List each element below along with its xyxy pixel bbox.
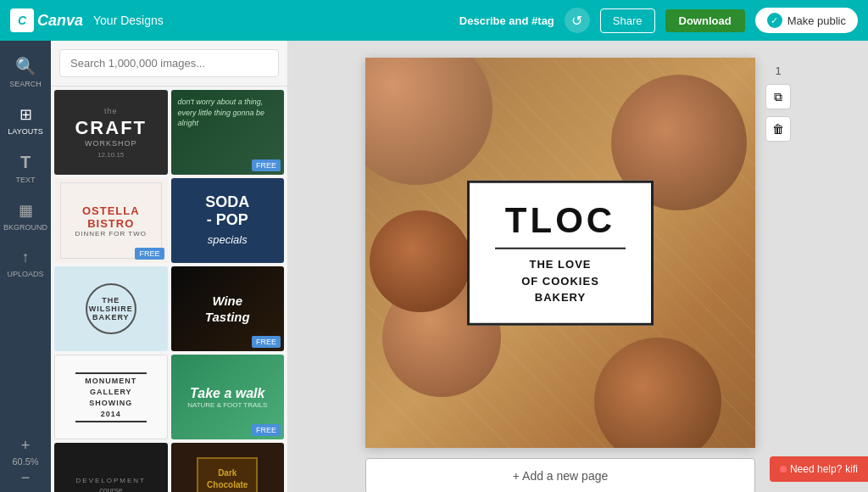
zoom-value: 60.5% bbox=[12, 456, 38, 467]
logo-line3: BAKERY bbox=[535, 291, 586, 304]
page-number-panel: 1 ⧉ 🗑 bbox=[765, 58, 791, 142]
zoom-section: + 60.5% − bbox=[12, 438, 38, 492]
design-canvas[interactable]: TLOC THE LOVE OF COOKIES BAKERY bbox=[365, 58, 755, 448]
sidebar-icons: 🔍 SEARCH ⊞ LAYOUTS T TEXT ▦ BKGROUND ↑ U… bbox=[0, 41, 51, 492]
make-public-label: Make public bbox=[787, 14, 846, 27]
chocolate-box: DarkChocolateGoodies bbox=[197, 457, 258, 492]
craft-date: 12.10.15 bbox=[97, 151, 124, 159]
logo-divider bbox=[495, 248, 626, 249]
delete-page-button[interactable]: 🗑 bbox=[765, 116, 791, 142]
walk-sub: NATURE & FOOT TRAILS bbox=[187, 401, 267, 409]
undo-button[interactable]: ↺ bbox=[565, 8, 590, 33]
logo-subtitle: THE LOVE OF COOKIES BAKERY bbox=[495, 256, 626, 306]
search-bar bbox=[51, 41, 287, 87]
template-monument[interactable]: MONUMENT GALLERY SHOWING 2014 bbox=[54, 355, 168, 439]
add-page-button[interactable]: + Add a new page bbox=[365, 458, 755, 492]
make-public-icon: ✓ bbox=[767, 13, 782, 28]
sidebar-item-background[interactable]: ▦ BKGROUND bbox=[0, 193, 51, 240]
sidebar-item-layouts[interactable]: ⊞ LAYOUTS bbox=[0, 97, 51, 144]
share-button[interactable]: Share bbox=[600, 8, 655, 33]
zoom-in-button[interactable]: + bbox=[21, 438, 31, 453]
craft-title: CRAFT bbox=[75, 117, 147, 139]
sidebar-item-search[interactable]: 🔍 SEARCH bbox=[0, 48, 51, 97]
zoom-out-button[interactable]: − bbox=[21, 470, 31, 485]
bistro-name: OSTELLA BISTRO bbox=[61, 204, 161, 230]
templates-grid: the CRAFT WORKSHOP 12.10.15 don't worry … bbox=[51, 87, 287, 492]
your-designs-nav[interactable]: Your Designs bbox=[93, 14, 164, 27]
craft-subtitle-top: the bbox=[104, 107, 118, 115]
canvas-wrapper: TLOC THE LOVE OF COOKIES BAKERY + Add a … bbox=[365, 58, 791, 492]
chocolate-text: DarkChocolateGoodies bbox=[207, 467, 248, 492]
search-input[interactable] bbox=[59, 49, 279, 77]
canvas-area: TLOC THE LOVE OF COOKIES BAKERY + Add a … bbox=[288, 41, 868, 492]
template-chocolate[interactable]: DarkChocolateGoodies bbox=[171, 443, 285, 492]
copy-page-button[interactable]: ⧉ bbox=[765, 84, 791, 109]
soda-text: SODA- POPspecials bbox=[205, 193, 249, 249]
cookie-5 bbox=[370, 210, 471, 312]
wilshire-name: THEWILSHIREBAKERY bbox=[89, 296, 133, 321]
sidebar-label-text: TEXT bbox=[15, 176, 35, 184]
template-walk[interactable]: Take a walk NATURE & FOOT TRAILS FREE bbox=[171, 355, 285, 439]
sidebar-item-uploads[interactable]: ↑ UPLOADS bbox=[0, 240, 51, 287]
describe-tag-label[interactable]: Describe and #tag bbox=[459, 14, 554, 27]
monument-inner: MONUMENT GALLERY SHOWING 2014 bbox=[66, 372, 155, 422]
canvas-main: TLOC THE LOVE OF COOKIES BAKERY + Add a … bbox=[365, 58, 755, 492]
nature-text: don't worry about a thing, every little … bbox=[178, 97, 278, 129]
free-badge-wine: FREE bbox=[252, 336, 281, 348]
template-wilshire[interactable]: THEWILSHIREBAKERY bbox=[54, 266, 168, 351]
sidebar-item-text[interactable]: T TEXT bbox=[0, 144, 51, 193]
free-badge-walk: FREE bbox=[252, 424, 281, 436]
sidebar-label-layouts: LAYOUTS bbox=[8, 127, 42, 136]
monument-line-top bbox=[75, 372, 147, 374]
layouts-icon: ⊞ bbox=[19, 105, 32, 124]
logo-box[interactable]: TLOC THE LOVE OF COOKIES BAKERY bbox=[467, 181, 654, 326]
canva-logo[interactable]: C Canva bbox=[10, 8, 83, 32]
wilshire-circle: THEWILSHIREBAKERY bbox=[86, 283, 136, 334]
template-soda[interactable]: SODA- POPspecials bbox=[171, 178, 285, 263]
logo-line1: THE LOVE bbox=[529, 258, 591, 271]
template-wine[interactable]: WineTasting FREE bbox=[171, 266, 285, 351]
craft-workshop: WORKSHOP bbox=[85, 139, 137, 148]
free-badge: FREE bbox=[252, 159, 281, 171]
page-number: 1 bbox=[775, 64, 781, 77]
monument-line-bot bbox=[75, 421, 147, 422]
main-layout: 🔍 SEARCH ⊞ LAYOUTS T TEXT ▦ BKGROUND ↑ U… bbox=[0, 41, 868, 492]
need-help-dot bbox=[780, 466, 787, 472]
help-agent: kifi bbox=[845, 463, 858, 475]
need-help-label: Need help? bbox=[790, 463, 842, 475]
uploads-icon: ↑ bbox=[22, 249, 30, 266]
sidebar-label-background: BKGROUND bbox=[3, 223, 47, 232]
template-craft[interactable]: the CRAFT WORKSHOP 12.10.15 bbox=[54, 90, 168, 175]
bistro-sub: DINNER FOR TWO bbox=[75, 230, 147, 238]
topbar: C Canva Your Designs Describe and #tag ↺… bbox=[0, 0, 868, 41]
sidebar-label-search: SEARCH bbox=[9, 80, 42, 88]
monument-text-3: SHOWING bbox=[89, 399, 132, 407]
dev-sub: course bbox=[99, 486, 122, 493]
walk-text: Take a walk bbox=[190, 386, 264, 401]
download-button[interactable]: Download bbox=[665, 9, 745, 32]
logo-title: TLOC bbox=[495, 200, 626, 241]
monument-text-4: 2014 bbox=[101, 410, 121, 418]
template-nature[interactable]: don't worry about a thing, every little … bbox=[171, 90, 285, 175]
monument-text-2: GALLERY bbox=[90, 388, 132, 396]
dev-text: DEVELOPMENT bbox=[76, 477, 146, 484]
logo-line2: OF COOKIES bbox=[521, 274, 599, 287]
wine-text: WineTasting bbox=[205, 293, 250, 326]
canva-icon: C bbox=[10, 8, 34, 32]
canva-logo-text: Canva bbox=[37, 12, 83, 30]
template-bistro[interactable]: OSTELLA BISTRO DINNER FOR TWO FREE bbox=[54, 178, 168, 263]
text-icon: T bbox=[20, 153, 31, 172]
templates-panel: the CRAFT WORKSHOP 12.10.15 don't worry … bbox=[51, 41, 288, 492]
monument-text-1: MONUMENT bbox=[85, 377, 136, 385]
search-icon: 🔍 bbox=[15, 56, 36, 76]
template-development[interactable]: DEVELOPMENT course bbox=[54, 443, 168, 492]
free-badge-bistro: FREE bbox=[135, 248, 164, 260]
sidebar-label-uploads: UPLOADS bbox=[7, 270, 43, 278]
make-public-button[interactable]: ✓ Make public bbox=[755, 8, 858, 33]
background-icon: ▦ bbox=[19, 201, 33, 220]
need-help-badge[interactable]: Need help? kifi bbox=[770, 456, 868, 482]
